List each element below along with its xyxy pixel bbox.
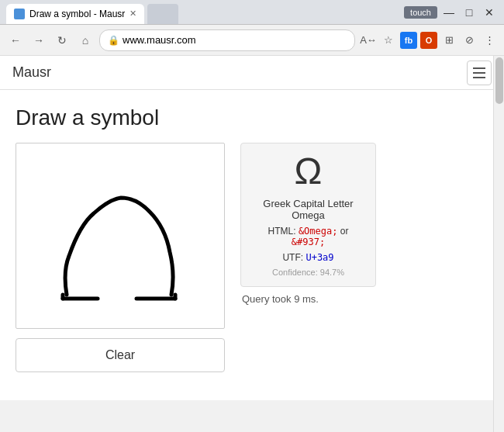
hamburger-line-3 (473, 77, 485, 78)
reload-button[interactable]: ↻ (53, 31, 71, 50)
utf-code: U+3a9 (306, 252, 333, 263)
home-button[interactable]: ⌂ (76, 31, 95, 50)
html-label: HTML: (268, 226, 296, 237)
tab-close-icon[interactable]: ✕ (129, 9, 136, 19)
touch-button[interactable]: touch (404, 6, 437, 19)
minimize-button[interactable]: — (440, 4, 457, 21)
draw-area: Clear (16, 143, 225, 372)
address-input[interactable] (123, 34, 347, 46)
shield-icon[interactable]: ⊘ (461, 32, 478, 49)
hamburger-line-2 (473, 72, 485, 74)
tab-favicon (14, 9, 25, 19)
toolbar-icons: A↔ ☆ fb O ⊞ ⊘ ⋮ (360, 32, 498, 49)
maximize-button[interactable]: □ (461, 4, 478, 21)
html-or: or (340, 226, 349, 237)
site-navbar: Mausr (0, 56, 504, 90)
content-row: Clear Ω Greek Capital Letter Omega HTML:… (16, 143, 478, 372)
titlebar: Draw a symbol - Mausr ✕ touch — □ ✕ (0, 0, 504, 25)
menu-button[interactable] (467, 60, 492, 85)
more-button[interactable]: ⋮ (481, 32, 498, 49)
lock-icon: 🔒 (108, 35, 119, 46)
page-title: Draw a symbol (16, 105, 478, 130)
result-area: Ω Greek Capital Letter Omega HTML: &Omeg… (240, 143, 376, 305)
clear-button-area: Clear (16, 338, 225, 372)
result-name: Greek Capital Letter Omega (250, 198, 366, 221)
main-content: Draw a symbol Clear (0, 90, 493, 400)
result-symbol: Ω (295, 153, 323, 190)
utf-label: UTF: (282, 252, 303, 263)
hamburger-icon (473, 67, 485, 78)
result-utf-row: UTF: U+3a9 (282, 252, 333, 263)
scrollbar-thumb[interactable] (495, 57, 503, 104)
translate-icon[interactable]: A↔ (360, 32, 377, 49)
forward-button[interactable]: → (29, 31, 48, 50)
clear-button[interactable]: Clear (16, 338, 225, 372)
site-logo: Mausr (12, 64, 51, 81)
address-input-wrap[interactable]: 🔒 (99, 29, 355, 51)
facebook-icon[interactable]: fb (400, 32, 417, 49)
tab-area: Draw a symbol - Mausr ✕ (6, 1, 404, 24)
query-time: Query took 9 ms. (242, 293, 376, 305)
html-code2: &#937; (292, 237, 325, 247)
window-controls: touch — □ ✕ (404, 4, 498, 21)
result-html-row: HTML: &Omega; or &#937; (250, 226, 366, 247)
scrollbar[interactable] (493, 56, 504, 432)
back-button[interactable]: ← (6, 31, 25, 50)
result-card: Ω Greek Capital Letter Omega HTML: &Omeg… (240, 143, 376, 287)
hamburger-line-1 (473, 67, 485, 69)
office-icon[interactable]: O (420, 32, 437, 49)
tab-title: Draw a symbol - Mausr (29, 9, 125, 19)
star-icon[interactable]: ☆ (380, 32, 397, 49)
drawn-symbol (16, 143, 225, 329)
result-confidence: Confidence: 94.7% (272, 268, 344, 277)
address-bar: ← → ↻ ⌂ 🔒 A↔ ☆ fb O ⊞ ⊘ ⋮ (0, 25, 504, 56)
new-tab-area (147, 4, 178, 24)
grid-icon[interactable]: ⊞ (440, 32, 457, 49)
html-code1: &Omega; (299, 226, 338, 237)
close-button[interactable]: ✕ (481, 4, 498, 21)
draw-canvas[interactable] (16, 143, 225, 329)
browser-tab[interactable]: Draw a symbol - Mausr ✕ (6, 4, 144, 24)
